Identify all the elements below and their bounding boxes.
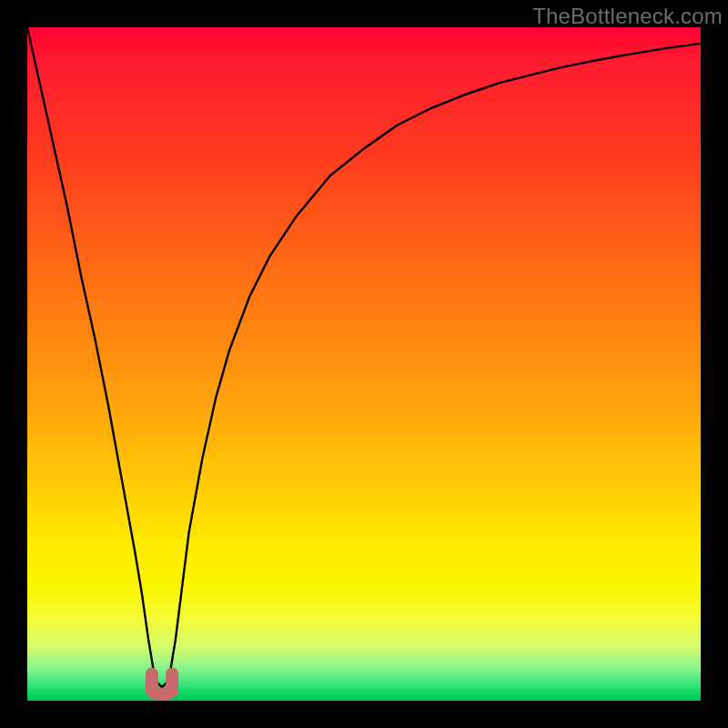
min-point-marker (152, 673, 172, 694)
plot-area (27, 27, 701, 701)
bottleneck-curve (27, 27, 701, 687)
watermark-text: TheBottleneck.com (532, 4, 723, 29)
chart-frame: TheBottleneck.com (0, 0, 728, 728)
plot-svg (27, 27, 701, 701)
